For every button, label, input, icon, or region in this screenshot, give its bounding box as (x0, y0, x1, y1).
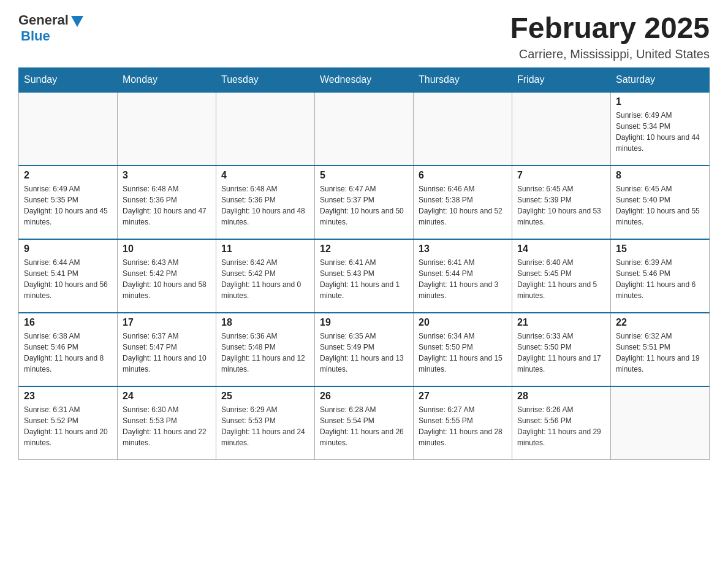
day-number: 16 (24, 317, 112, 328)
day-info: Sunrise: 6:32 AMSunset: 5:51 PMDaylight:… (616, 331, 704, 375)
calendar-cell: 24Sunrise: 6:30 AMSunset: 5:53 PMDayligh… (118, 386, 216, 460)
week-row-4: 16Sunrise: 6:38 AMSunset: 5:46 PMDayligh… (19, 313, 710, 386)
calendar-cell: 11Sunrise: 6:42 AMSunset: 5:42 PMDayligh… (216, 239, 315, 313)
calendar-cell: 13Sunrise: 6:41 AMSunset: 5:44 PMDayligh… (414, 239, 512, 313)
calendar-title: February 2025 (510, 12, 710, 45)
logo: General Blue (18, 12, 83, 44)
calendar-cell: 8Sunrise: 6:45 AMSunset: 5:40 PMDaylight… (611, 166, 710, 239)
calendar-cell: 1Sunrise: 6:49 AMSunset: 5:34 PMDaylight… (611, 92, 710, 166)
col-monday: Monday (118, 67, 216, 92)
day-number: 8 (616, 170, 704, 181)
day-number: 21 (517, 317, 605, 328)
day-number: 10 (123, 243, 211, 255)
day-number: 1 (616, 96, 704, 107)
day-number: 14 (517, 243, 605, 255)
calendar-table: Sunday Monday Tuesday Wednesday Thursday… (18, 67, 710, 461)
calendar-cell (118, 92, 216, 166)
calendar-cell: 17Sunrise: 6:37 AMSunset: 5:47 PMDayligh… (118, 313, 216, 386)
day-info: Sunrise: 6:33 AMSunset: 5:50 PMDaylight:… (517, 331, 605, 375)
calendar-cell: 15Sunrise: 6:39 AMSunset: 5:46 PMDayligh… (611, 239, 710, 313)
calendar-cell: 10Sunrise: 6:43 AMSunset: 5:42 PMDayligh… (118, 239, 216, 313)
day-number: 3 (123, 170, 211, 181)
day-info: Sunrise: 6:42 AMSunset: 5:42 PMDaylight:… (221, 257, 309, 301)
day-number: 13 (419, 243, 507, 255)
logo-triangle-icon (71, 16, 83, 27)
calendar-cell: 26Sunrise: 6:28 AMSunset: 5:54 PMDayligh… (315, 386, 414, 460)
calendar-cell: 4Sunrise: 6:48 AMSunset: 5:36 PMDaylight… (216, 166, 315, 239)
col-friday: Friday (512, 67, 611, 92)
col-sunday: Sunday (19, 67, 118, 92)
day-number: 26 (320, 391, 408, 402)
calendar-cell: 27Sunrise: 6:27 AMSunset: 5:55 PMDayligh… (414, 386, 512, 460)
col-tuesday: Tuesday (216, 67, 315, 92)
day-info: Sunrise: 6:28 AMSunset: 5:54 PMDaylight:… (320, 404, 408, 448)
calendar-cell: 23Sunrise: 6:31 AMSunset: 5:52 PMDayligh… (19, 386, 118, 460)
logo-general-text: General (18, 12, 69, 28)
day-info: Sunrise: 6:36 AMSunset: 5:48 PMDaylight:… (221, 331, 309, 375)
week-row-3: 9Sunrise: 6:44 AMSunset: 5:41 PMDaylight… (19, 239, 710, 313)
day-info: Sunrise: 6:41 AMSunset: 5:44 PMDaylight:… (419, 257, 507, 301)
day-info: Sunrise: 6:41 AMSunset: 5:43 PMDaylight:… (320, 257, 408, 301)
calendar-cell: 18Sunrise: 6:36 AMSunset: 5:48 PMDayligh… (216, 313, 315, 386)
day-info: Sunrise: 6:45 AMSunset: 5:40 PMDaylight:… (616, 183, 704, 228)
calendar-cell (512, 92, 611, 166)
calendar-cell: 19Sunrise: 6:35 AMSunset: 5:49 PMDayligh… (315, 313, 414, 386)
logo-blue-text: Blue (21, 28, 50, 44)
day-info: Sunrise: 6:49 AMSunset: 5:34 PMDaylight:… (616, 110, 704, 154)
calendar-cell: 5Sunrise: 6:47 AMSunset: 5:37 PMDaylight… (315, 166, 414, 239)
day-info: Sunrise: 6:46 AMSunset: 5:38 PMDaylight:… (419, 183, 507, 228)
day-info: Sunrise: 6:48 AMSunset: 5:36 PMDaylight:… (221, 183, 309, 228)
calendar-cell (315, 92, 414, 166)
day-number: 2 (24, 170, 112, 181)
calendar-cell (414, 92, 512, 166)
calendar-cell (19, 92, 118, 166)
day-info: Sunrise: 6:26 AMSunset: 5:56 PMDaylight:… (517, 404, 605, 448)
calendar-cell: 28Sunrise: 6:26 AMSunset: 5:56 PMDayligh… (512, 386, 611, 460)
day-info: Sunrise: 6:48 AMSunset: 5:36 PMDaylight:… (123, 183, 211, 228)
day-info: Sunrise: 6:38 AMSunset: 5:46 PMDaylight:… (24, 331, 112, 375)
day-number: 17 (123, 317, 211, 328)
col-saturday: Saturday (611, 67, 710, 92)
day-number: 6 (419, 170, 507, 181)
calendar-cell: 7Sunrise: 6:45 AMSunset: 5:39 PMDaylight… (512, 166, 611, 239)
calendar-cell: 25Sunrise: 6:29 AMSunset: 5:53 PMDayligh… (216, 386, 315, 460)
day-number: 7 (517, 170, 605, 181)
day-number: 24 (123, 391, 211, 402)
location-subtitle: Carriere, Mississippi, United States (510, 47, 710, 61)
day-info: Sunrise: 6:39 AMSunset: 5:46 PMDaylight:… (616, 257, 704, 301)
calendar-header-row: Sunday Monday Tuesday Wednesday Thursday… (19, 67, 710, 92)
calendar-cell: 20Sunrise: 6:34 AMSunset: 5:50 PMDayligh… (414, 313, 512, 386)
day-info: Sunrise: 6:35 AMSunset: 5:49 PMDaylight:… (320, 331, 408, 375)
day-info: Sunrise: 6:43 AMSunset: 5:42 PMDaylight:… (123, 257, 211, 301)
day-number: 18 (221, 317, 309, 328)
calendar-cell: 9Sunrise: 6:44 AMSunset: 5:41 PMDaylight… (19, 239, 118, 313)
day-number: 12 (320, 243, 408, 255)
calendar-cell: 12Sunrise: 6:41 AMSunset: 5:43 PMDayligh… (315, 239, 414, 313)
week-row-1: 1Sunrise: 6:49 AMSunset: 5:34 PMDaylight… (19, 92, 710, 166)
day-number: 25 (221, 391, 309, 402)
day-number: 4 (221, 170, 309, 181)
calendar-cell: 2Sunrise: 6:49 AMSunset: 5:35 PMDaylight… (19, 166, 118, 239)
day-info: Sunrise: 6:49 AMSunset: 5:35 PMDaylight:… (24, 183, 112, 228)
calendar-cell: 6Sunrise: 6:46 AMSunset: 5:38 PMDaylight… (414, 166, 512, 239)
day-number: 22 (616, 317, 704, 328)
calendar-cell (611, 386, 710, 460)
day-number: 27 (419, 391, 507, 402)
calendar-cell: 14Sunrise: 6:40 AMSunset: 5:45 PMDayligh… (512, 239, 611, 313)
week-row-5: 23Sunrise: 6:31 AMSunset: 5:52 PMDayligh… (19, 386, 710, 460)
calendar-cell (216, 92, 315, 166)
col-thursday: Thursday (414, 67, 512, 92)
col-wednesday: Wednesday (315, 67, 414, 92)
day-info: Sunrise: 6:27 AMSunset: 5:55 PMDaylight:… (419, 404, 507, 448)
day-number: 28 (517, 391, 605, 402)
day-number: 19 (320, 317, 408, 328)
calendar-cell: 16Sunrise: 6:38 AMSunset: 5:46 PMDayligh… (19, 313, 118, 386)
day-info: Sunrise: 6:45 AMSunset: 5:39 PMDaylight:… (517, 183, 605, 228)
week-row-2: 2Sunrise: 6:49 AMSunset: 5:35 PMDaylight… (19, 166, 710, 239)
day-info: Sunrise: 6:34 AMSunset: 5:50 PMDaylight:… (419, 331, 507, 375)
day-info: Sunrise: 6:29 AMSunset: 5:53 PMDaylight:… (221, 404, 309, 448)
day-number: 20 (419, 317, 507, 328)
title-section: February 2025 Carriere, Mississippi, Uni… (510, 12, 710, 61)
day-info: Sunrise: 6:31 AMSunset: 5:52 PMDaylight:… (24, 404, 112, 448)
day-number: 9 (24, 243, 112, 255)
